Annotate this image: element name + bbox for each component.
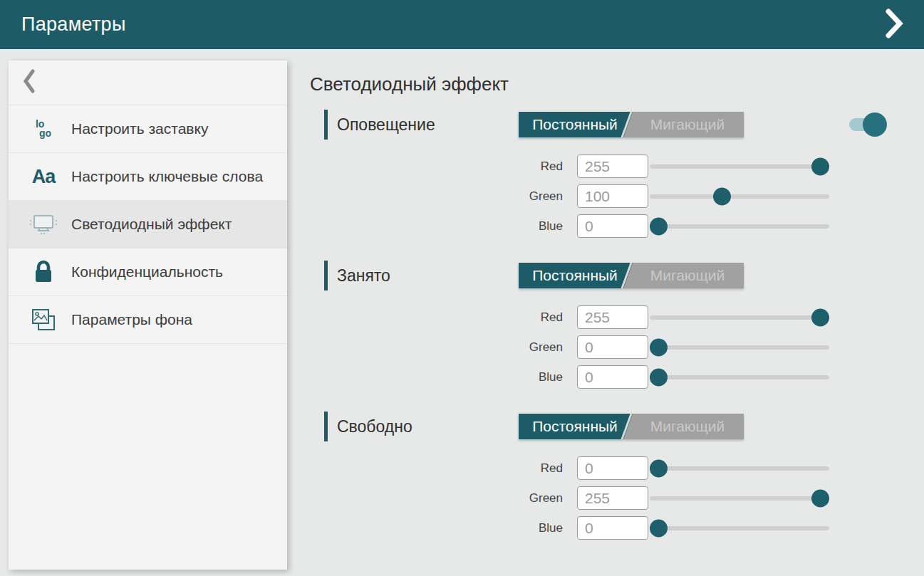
mode-option-blinking[interactable]: Мигающий [631, 414, 744, 439]
section-title: Занято [337, 266, 390, 286]
channel-row: Red [310, 456, 880, 480]
sidebar-item-label: Настроить ключевые слова [71, 167, 263, 186]
channel-value-input[interactable] [577, 456, 648, 480]
slider-thumb[interactable] [811, 308, 829, 326]
chevron-right-icon [885, 8, 903, 42]
channel-slider[interactable] [650, 305, 829, 329]
led-effect-panel: Светодиодный эффект Оповещение Постоянны… [310, 72, 880, 560]
section-accent-bar [324, 110, 328, 140]
sidebar-item-label: Светодиодный эффект [71, 215, 232, 234]
mode-option-solid[interactable]: Постоянный [519, 112, 631, 137]
channel-row: Blue [310, 365, 880, 389]
slider-thumb[interactable] [650, 368, 668, 386]
channel-label: Blue [310, 370, 563, 384]
channel-value-input[interactable] [577, 214, 648, 238]
mode-option-solid[interactable]: Постоянный [519, 263, 631, 288]
sidebar-item-screensaver[interactable]: logo Настроить заставку [9, 105, 287, 153]
sidebar-item-label: Настроить заставку [71, 120, 208, 138]
slider-track [650, 526, 829, 530]
channel-value-input[interactable] [577, 486, 648, 510]
channel-value-input[interactable] [577, 155, 648, 178]
mode-option-blinking[interactable]: Мигающий [631, 263, 744, 288]
channel-label: Blue [310, 521, 563, 535]
channel-row: Blue [310, 516, 880, 540]
lock-icon [27, 259, 60, 285]
mode-toggle-group: Постоянный Мигающий [519, 263, 744, 288]
mode-option-solid[interactable]: Постоянный [519, 414, 631, 439]
channel-row: Blue [310, 214, 880, 238]
channel-slider[interactable] [650, 456, 829, 480]
slider-track [650, 345, 829, 350]
channel-value-input[interactable] [577, 516, 648, 540]
enable-switch[interactable] [849, 118, 886, 131]
sidebar-item-keywords[interactable]: Aa Настроить ключевые слова [9, 153, 287, 201]
chevron-left-icon [23, 68, 36, 97]
channel-slider[interactable] [650, 335, 829, 359]
slider-thumb[interactable] [650, 519, 668, 537]
slider-thumb[interactable] [650, 217, 668, 235]
slider-track [650, 375, 829, 379]
slider-track [650, 315, 829, 320]
channel-slider[interactable] [650, 516, 829, 540]
slider-thumb[interactable] [650, 459, 668, 477]
slider-track [650, 224, 829, 229]
switch-knob [863, 112, 887, 137]
channel-row: Green [310, 335, 880, 359]
channel-label: Blue [310, 219, 563, 234]
channel-slider[interactable] [650, 155, 829, 178]
sidebar-back-button[interactable] [9, 61, 287, 105]
mode-option-blinking[interactable]: Мигающий [631, 112, 744, 137]
channel-row: Red [310, 155, 880, 178]
mode-toggle-group: Постоянный Мигающий [519, 112, 744, 137]
channel-slider[interactable] [650, 486, 829, 510]
channel-label: Green [310, 491, 563, 506]
sidebar-item-label: Параметры фона [71, 310, 192, 329]
channel-slider[interactable] [650, 184, 829, 208]
section-title: Оповещение [337, 115, 435, 135]
section-title: Свободно [337, 417, 412, 436]
channel-label: Red [310, 159, 563, 174]
channel-label: Red [310, 310, 563, 325]
channel-label: Red [310, 461, 563, 476]
page-title: Светодиодный эффект [310, 72, 880, 96]
led-section: Занято Постоянный Мигающий Red Green Blu… [310, 258, 880, 395]
sidebar-item-led-effect[interactable]: Светодиодный эффект [9, 201, 287, 248]
sidebar-item-privacy[interactable]: Конфиденциальность [9, 248, 287, 296]
slider-thumb[interactable] [811, 157, 829, 175]
channel-slider[interactable] [650, 214, 829, 238]
slider-thumb[interactable] [650, 338, 668, 356]
section-accent-bar [324, 261, 328, 290]
sidebar-item-label: Конфиденциальность [71, 263, 223, 281]
app-header: Параметры [0, 0, 924, 49]
logo-icon: logo [27, 120, 60, 139]
slider-thumb[interactable] [811, 489, 829, 507]
letters-aa-icon: Aa [27, 166, 60, 188]
channel-value-input[interactable] [577, 365, 648, 389]
channel-label: Green [310, 189, 563, 204]
led-section: Оповещение Постоянный Мигающий Red Green [310, 108, 880, 244]
channel-slider[interactable] [650, 365, 829, 389]
mode-toggle-group: Постоянный Мигающий [519, 414, 744, 439]
slider-track [650, 164, 829, 169]
slider-track [650, 496, 829, 501]
background-images-icon [27, 307, 60, 332]
slider-track [650, 466, 829, 471]
led-sections: Оповещение Постоянный Мигающий Red Green [310, 108, 880, 546]
led-screen-icon [27, 212, 60, 236]
channel-value-input[interactable] [577, 335, 648, 359]
slider-track [650, 194, 829, 199]
channel-label: Green [310, 340, 563, 355]
settings-sidebar: logo Настроить заставку Aa Настроить клю… [9, 61, 287, 570]
sidebar-item-background[interactable]: Параметры фона [9, 296, 287, 344]
channel-row: Green [310, 184, 880, 208]
section-accent-bar [324, 412, 328, 441]
slider-thumb[interactable] [713, 187, 731, 205]
app-title: Параметры [21, 14, 126, 36]
channel-value-input[interactable] [577, 184, 648, 208]
channel-row: Green [310, 486, 880, 510]
collapse-panel-button[interactable] [880, 9, 908, 41]
channel-value-input[interactable] [577, 305, 648, 329]
led-section: Свободно Постоянный Мигающий Red Green B… [310, 409, 880, 546]
channel-row: Red [310, 305, 880, 329]
